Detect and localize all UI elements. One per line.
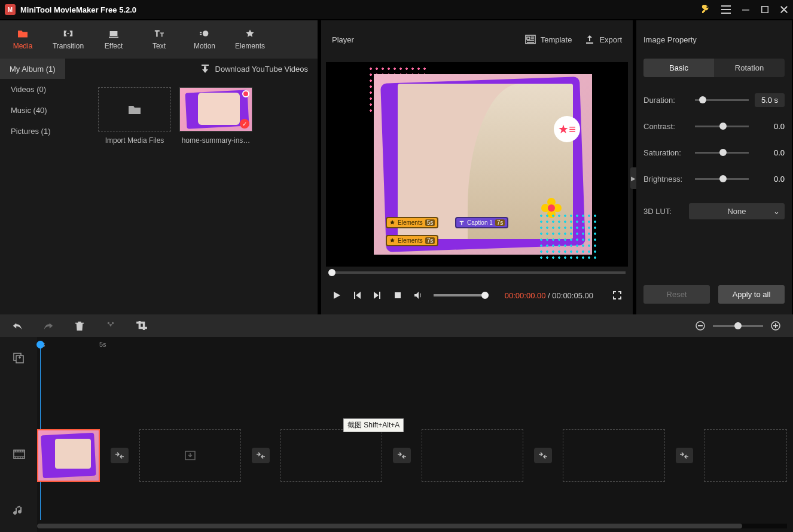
pin-icon [242, 90, 249, 97]
media-thumbnail[interactable]: ✓ [179, 87, 252, 132]
import-media-label: Import Media Files [98, 136, 171, 145]
tab-transition[interactable]: Transition [45, 20, 91, 59]
zoom-in-button[interactable] [770, 321, 781, 331]
transition-slot[interactable] [111, 448, 129, 463]
empty-clip-slot[interactable] [139, 429, 241, 482]
close-icon[interactable] [780, 5, 788, 14]
media-item-label: home-summary-ins… [179, 136, 252, 145]
brightness-value: 0.0 [755, 175, 785, 184]
volume-icon[interactable] [413, 291, 423, 300]
transition-slot[interactable] [393, 448, 411, 463]
empty-clip-slot[interactable] [704, 429, 787, 482]
video-track[interactable] [37, 428, 787, 483]
dots-decoration [538, 213, 598, 261]
audio-track-icon [13, 506, 24, 518]
category-sidebar: Videos (0) Music (40) Pictures (1) [0, 79, 93, 314]
lut-select[interactable]: None ⌄ [689, 203, 785, 219]
time-ruler[interactable]: 0s 5s [37, 337, 787, 354]
minimize-icon[interactable] [742, 5, 750, 14]
redo-button[interactable] [43, 321, 54, 331]
empty-clip-slot[interactable] [280, 429, 382, 482]
tab-rotation[interactable]: Rotation [714, 59, 785, 77]
zoom-out-button[interactable] [695, 321, 706, 331]
svg-point-0 [203, 30, 209, 36]
timeline-toolbar [0, 314, 793, 337]
library-panel: Media Transition Effect Text Motion Elem… [0, 20, 318, 314]
transition-slot[interactable] [676, 448, 694, 463]
app-title: MiniTool MovieMaker Free 5.2.0 [20, 5, 701, 14]
sidebar-item-videos[interactable]: Videos (0) [0, 79, 93, 100]
split-button[interactable] [105, 321, 116, 331]
crop-button[interactable] [136, 321, 147, 331]
tab-text[interactable]: Text [136, 20, 182, 59]
media-grid: Import Media Files ✓ home-summary-ins… [93, 79, 318, 314]
title-bar: M MiniTool MovieMaker Free 5.2.0 [0, 0, 793, 19]
brightness-slider[interactable] [695, 178, 749, 180]
sidebar-item-pictures[interactable]: Pictures (1) [0, 121, 93, 142]
hamburger-icon[interactable] [721, 5, 731, 14]
apply-all-button[interactable]: Apply to all [718, 285, 785, 304]
collapse-panel-button[interactable]: ▶ [630, 167, 636, 189]
contrast-value: 0.0 [755, 122, 785, 131]
saturation-slider[interactable] [695, 152, 749, 154]
transition-slot[interactable] [534, 448, 552, 463]
play-button[interactable] [332, 291, 341, 300]
player-panel: Player Template Export ★≡ [321, 20, 633, 314]
export-button[interactable]: Export [585, 35, 622, 44]
timeline-clip[interactable] [37, 429, 100, 482]
sidebar-item-music[interactable]: Music (40) [0, 100, 93, 121]
property-title: Image Property [643, 35, 697, 44]
preview-canvas[interactable]: ★≡ Elements5s Elements7s Caption 17s [326, 62, 628, 267]
overlay-chip-elements: Elements5s [386, 217, 438, 228]
prev-frame-button[interactable] [352, 291, 362, 300]
tab-media[interactable]: Media [0, 20, 45, 59]
empty-clip-slot[interactable] [422, 429, 523, 482]
template-button[interactable]: Template [525, 35, 572, 44]
stop-button[interactable] [393, 291, 402, 300]
zoom-slider[interactable] [713, 325, 763, 327]
overlay-chip-elements: Elements7s [386, 235, 438, 246]
property-panel: ▶ Image Property Basic Rotation Duration… [636, 20, 792, 314]
chevron-down-icon: ⌄ [773, 207, 780, 216]
overlay-chip-caption: Caption 17s [455, 217, 508, 228]
star-badge-icon: ★≡ [554, 116, 580, 142]
fit-zoom-button[interactable] [677, 321, 688, 331]
reset-button[interactable]: Reset [643, 285, 710, 304]
timeline[interactable]: 0s 5s [0, 337, 793, 532]
my-album-tab[interactable]: My Album (1) [0, 59, 65, 79]
next-frame-button[interactable] [373, 291, 382, 300]
undo-button[interactable] [12, 321, 23, 331]
horizontal-scrollbar[interactable] [37, 524, 787, 528]
tab-effect[interactable]: Effect [91, 20, 136, 59]
svg-rect-6 [395, 292, 401, 298]
contrast-label: Contrast: [643, 122, 689, 131]
saturation-value: 0.0 [755, 148, 785, 157]
player-title: Player [332, 35, 354, 44]
time-display: 00:00:00.00 / 00:00:05.00 [505, 291, 593, 300]
tab-motion[interactable]: Motion [182, 20, 227, 59]
contrast-slider[interactable] [695, 126, 749, 127]
svg-point-5 [548, 204, 555, 212]
add-track-button[interactable] [13, 353, 24, 365]
duration-label: Duration: [643, 96, 689, 105]
download-youtube-link[interactable]: Download YouTube Videos [200, 65, 318, 74]
tab-basic[interactable]: Basic [643, 59, 714, 77]
key-icon[interactable] [701, 5, 710, 14]
check-icon: ✓ [240, 119, 249, 129]
primary-tab-bar: Media Transition Effect Text Motion Elem… [0, 20, 318, 59]
import-media-button[interactable] [98, 87, 171, 132]
progress-slider[interactable] [328, 271, 626, 274]
duration-value[interactable]: 5.0 s [755, 93, 785, 107]
transition-slot[interactable] [252, 448, 270, 463]
maximize-icon[interactable] [761, 5, 769, 14]
app-logo: M [5, 4, 16, 15]
lut-label: 3D LUT: [643, 207, 689, 216]
volume-slider[interactable] [434, 294, 489, 296]
delete-button[interactable] [74, 321, 85, 331]
empty-clip-slot[interactable] [563, 429, 664, 482]
tooltip: 截图 Shift+Alt+A [343, 418, 404, 432]
duration-slider[interactable] [695, 99, 749, 101]
saturation-label: Saturation: [643, 148, 689, 157]
tab-elements[interactable]: Elements [227, 20, 273, 59]
fullscreen-button[interactable] [612, 291, 622, 300]
